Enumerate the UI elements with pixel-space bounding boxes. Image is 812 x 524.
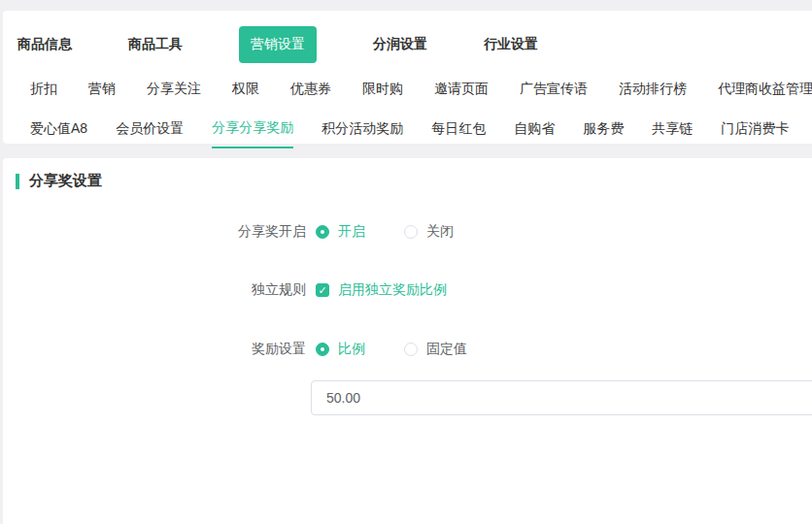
reward-type-row: 奖励设置 比例 固定值 [3,340,812,359]
radio-off-label: 关闭 [426,223,454,241]
section-header: 分享奖设置 [16,172,812,190]
radio-off-icon[interactable] [404,225,418,239]
thirdtab-shared-chain[interactable]: 共享链 [652,120,693,147]
subtab-marketing[interactable]: 营销 [88,81,116,98]
main-tab-bar: 商品信息 商品工具 营销设置 分润设置 行业设置 [3,11,812,65]
third-tab-bar: 爱心值A8 会员价设置 分享分享奖励 积分活动奖励 每日红包 自购省 服务费 共… [3,98,812,148]
radio-ratio-label: 比例 [338,341,365,358]
share-switch-label: 分享奖开启 [3,223,306,241]
share-reward-settings-panel: 分享奖设置 分享奖开启 开启 关闭 独立规则 ✓ 启用独立奖励比例 奖励设置 [3,158,812,524]
radio-on-icon[interactable] [316,225,329,239]
tab-profit-settings[interactable]: 分润设置 [373,36,427,53]
share-switch-options: 开启 关闭 [316,223,492,241]
thirdtab-share-reward[interactable]: 分享分享奖励 [212,119,293,148]
independent-rule-label: 独立规则 [3,281,306,299]
tab-panel: 商品信息 商品工具 营销设置 分润设置 行业设置 折扣 营销 分享关注 权限 优… [3,11,812,144]
subtab-agent-revenue[interactable]: 代理商收益管理 [718,81,812,98]
tab-product-info[interactable]: 商品信息 [17,36,72,53]
thirdtab-store-consumption-card[interactable]: 门店消费卡 [721,120,789,147]
radio-option-off[interactable]: 关闭 [404,223,454,241]
subtab-permission[interactable]: 权限 [232,81,259,98]
radio-option-on[interactable]: 开启 [316,223,365,241]
section-accent-bar [16,174,19,189]
radio-fixed-icon[interactable] [404,343,418,356]
checkbox-checked-icon[interactable]: ✓ [316,283,329,297]
thirdtab-love-value-a8[interactable]: 爱心值A8 [30,120,87,147]
radio-option-ratio[interactable]: 比例 [316,341,365,358]
subtab-flash-sale[interactable]: 限时购 [362,81,403,98]
independent-rule-row: 独立规则 ✓ 启用独立奖励比例 [3,280,812,300]
sub-tab-bar: 折扣 营销 分享关注 权限 优惠券 限时购 邀请页面 广告宣传语 活动排行榜 代… [3,65,812,98]
thirdtab-self-purchase-save[interactable]: 自购省 [514,120,555,147]
thirdtab-member-price[interactable]: 会员价设置 [116,120,184,147]
tab-marketing-settings[interactable]: 营销设置 [239,26,317,63]
reward-type-label: 奖励设置 [3,341,306,358]
thirdtab-daily-red-packet[interactable]: 每日红包 [431,120,486,147]
subtab-ad-slogan[interactable]: 广告宣传语 [520,81,588,98]
subtab-discount[interactable]: 折扣 [30,81,57,98]
thirdtab-service-fee[interactable]: 服务费 [583,120,624,147]
reward-ratio-input[interactable] [311,380,812,415]
reward-type-options: 比例 固定值 [316,341,506,358]
tab-product-tools[interactable]: 商品工具 [128,36,183,53]
share-switch-row: 分享奖开启 开启 关闭 [3,222,812,242]
subtab-invite-page[interactable]: 邀请页面 [434,81,489,98]
radio-ratio-icon[interactable] [316,343,329,356]
subtab-coupon[interactable]: 优惠券 [290,81,331,98]
radio-on-label: 开启 [338,223,365,241]
radio-option-fixed[interactable]: 固定值 [404,341,467,358]
section-title: 分享奖设置 [29,172,102,190]
radio-fixed-label: 固定值 [426,341,467,358]
thirdtab-points-activity-reward[interactable]: 积分活动奖励 [321,120,403,147]
checkbox-enable-independent-ratio[interactable]: ✓ 启用独立奖励比例 [316,281,447,299]
tab-industry-settings[interactable]: 行业设置 [484,36,538,53]
independent-rule-controls: ✓ 启用独立奖励比例 [316,281,486,299]
subtab-activity-ranking[interactable]: 活动排行榜 [619,81,687,98]
subtab-share-follow[interactable]: 分享关注 [147,81,201,98]
checkbox-label: 启用独立奖励比例 [338,281,447,299]
